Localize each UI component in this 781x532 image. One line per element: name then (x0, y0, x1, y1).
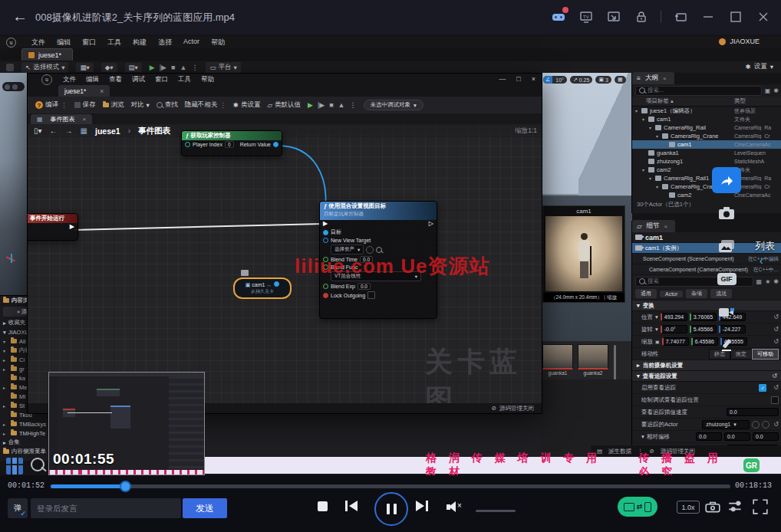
more-options-icon[interactable]: ⋮ (350, 101, 357, 109)
danmaku-grid-icon[interactable] (6, 458, 23, 475)
filter-chip[interactable]: Actor (660, 291, 683, 297)
progress-knob[interactable] (120, 481, 131, 492)
lookat-tracking-section[interactable]: ▾查看追踪设置↺ (632, 371, 781, 382)
angle-snap-badge[interactable]: ∠10° (543, 76, 567, 84)
use-selected-icon[interactable] (366, 246, 374, 254)
lock-icon[interactable]: ▣ (655, 339, 660, 344)
reset-icon[interactable]: ↺ (773, 314, 779, 320)
details-settings-icon[interactable]: ✱ (773, 278, 779, 285)
search-overlay-icon[interactable] (31, 458, 44, 471)
outliner-row[interactable]: ▾ CameraRig_Rail CameraRig_Ra (632, 123, 781, 132)
close-icon[interactable]: × (664, 223, 668, 230)
lock-outgoing-checkbox[interactable] (367, 291, 375, 299)
maximize-button[interactable] (727, 8, 744, 25)
lock-icon[interactable] (633, 8, 650, 25)
target-pin[interactable] (323, 230, 328, 235)
expand-arrow-icon[interactable]: ▾ (642, 117, 648, 122)
viewport-mini-toolbar[interactable] (2, 82, 25, 91)
settings-button[interactable] (727, 498, 744, 515)
expand-arrow-icon[interactable]: ▸ (3, 357, 8, 363)
game-center-icon[interactable] (550, 8, 567, 25)
annotate-button[interactable] (712, 332, 741, 358)
chat-input[interactable] (31, 498, 181, 518)
add-actor-dropdown[interactable]: ▦▾ (76, 63, 93, 72)
reset-icon[interactable]: ↺ (773, 421, 779, 428)
gif-record-button[interactable]: GIF (712, 266, 741, 292)
outliner-row[interactable]: ▾ cam1 文件夹 (632, 115, 781, 123)
reset-icon[interactable]: ↺ (772, 373, 777, 379)
expand-arrow-icon[interactable]: ▾ (656, 184, 662, 189)
collections-row[interactable]: ▸合集 (0, 438, 48, 447)
lock-outgoing-pin[interactable] (323, 293, 328, 298)
volume-slider[interactable] (476, 510, 516, 512)
star-icon[interactable]: ★ (765, 278, 770, 285)
outliner-row[interactable]: cam1 CineCameraAc (632, 140, 781, 149)
transform-section-header[interactable]: ▾变换 (632, 300, 781, 311)
batch-capture-button[interactable] (712, 233, 741, 259)
more-options-icon[interactable]: ⋮ (61, 101, 68, 109)
blend-exp-value[interactable]: 0.0 (358, 283, 371, 290)
stop-button[interactable] (318, 501, 328, 511)
blueprint-menu-item[interactable]: 工具 (178, 75, 191, 84)
eyedropper-icon[interactable] (762, 421, 769, 429)
reset-icon[interactable]: ↺ (773, 338, 779, 345)
close-icon[interactable]: × (83, 116, 87, 123)
expand-arrow-icon[interactable]: ▸ (3, 431, 8, 436)
maximize-button[interactable]: □ (516, 75, 520, 83)
playlist-toggle[interactable]: 列表 (755, 239, 775, 253)
blueprint-menu-item[interactable]: 文件 (63, 75, 76, 84)
blueprint-menu-item[interactable]: 编辑 (86, 75, 99, 84)
component-row[interactable]: SceneComponent (SceneComponent)在C++中编辑 (632, 254, 781, 264)
outliner-row[interactable]: ▾ CameraRig_Crane CameraRig_Cr (632, 132, 781, 140)
hide-unrelated-button[interactable]: 隐藏不相关⋮ (185, 100, 226, 110)
ue-menu-item[interactable]: 选择 (158, 38, 172, 48)
select-mode-button[interactable]: ↖选择模式▾ (21, 62, 68, 73)
outliner-row[interactable]: zhuizong1 StaticMeshA (632, 157, 781, 166)
player-index-pin[interactable] (185, 142, 190, 147)
chevron-down-icon[interactable]: ▾ (641, 433, 644, 440)
offset-y-field[interactable]: 0.0 (724, 432, 750, 441)
outliner-row[interactable]: guanka1 LevelSequen (632, 149, 781, 157)
actor-dropdown[interactable]: zhuizong1▾ (702, 420, 750, 429)
playback-speed-button[interactable]: 1.0x (677, 501, 700, 514)
blend-exp-pin[interactable] (323, 284, 328, 289)
frame-skip-icon[interactable]: |▶ (160, 64, 166, 71)
eject-icon[interactable]: ▲ (338, 101, 345, 109)
offset-z-field[interactable]: 0.0 (753, 432, 779, 441)
cinematics-dropdown[interactable]: ▤▾ (125, 63, 142, 72)
cpp-edit-link[interactable]: 在C++中… (753, 266, 779, 274)
details-tab[interactable]: ▱细节× (632, 220, 675, 232)
platforms-dropdown[interactable]: ▭平台▾ (206, 62, 240, 73)
save-level-icon[interactable] (6, 64, 14, 71)
expand-arrow-icon[interactable]: ▾ (649, 125, 655, 130)
ue-menu-item[interactable]: Actor (183, 38, 199, 48)
outliner-row[interactable]: ▾ CameraRig_Rail1 CameraRig_Ra (632, 174, 781, 182)
blueprints-dropdown[interactable]: ◆▾ (101, 63, 117, 72)
compile-button[interactable]: ?编译⋮ (35, 100, 68, 110)
outliner-search-input[interactable]: 搜索... (635, 86, 762, 96)
scale-snap-badge[interactable]: ↗0.25 (570, 76, 593, 84)
outliner-row[interactable]: ▾ cam2 文件夹 (632, 166, 781, 174)
blueprint-menu-item[interactable]: 查看 (109, 75, 122, 84)
source-control-label[interactable]: 源码管理关闭 (499, 405, 534, 412)
browse-button[interactable]: 浏览 (103, 100, 124, 110)
tv-cast-icon[interactable]: TV (578, 8, 595, 25)
ue-project-badge[interactable]: JIAOXUE (719, 38, 760, 45)
expand-arrow-icon[interactable]: ▸ (3, 366, 8, 372)
outliner-tab[interactable]: ≡大纲× (632, 72, 674, 84)
content-drawer-row[interactable]: 内容侧滑菜单 (0, 447, 48, 456)
mini-window-icon[interactable] (605, 8, 622, 25)
always-on-top-icon[interactable] (672, 8, 689, 25)
close-icon[interactable]: × (663, 75, 667, 82)
ue-menu-item[interactable]: 构建 (133, 38, 147, 48)
asset-tile[interactable]: guanka1 (542, 344, 573, 383)
exec-in-pin[interactable]: ▶ (323, 221, 328, 227)
class-settings-button[interactable]: ✱类设置 (233, 100, 261, 110)
filter-chip[interactable]: 杂项 (686, 289, 707, 298)
exec-out-pin[interactable]: ▶ (70, 224, 74, 230)
player-index-value[interactable]: 0 (225, 141, 234, 148)
play-icon[interactable]: ▶ (308, 101, 313, 109)
expand-arrow-icon[interactable]: ▾ (649, 176, 655, 181)
save-button[interactable]: 保存 (74, 100, 96, 110)
find-button[interactable]: 查找 (157, 100, 178, 110)
